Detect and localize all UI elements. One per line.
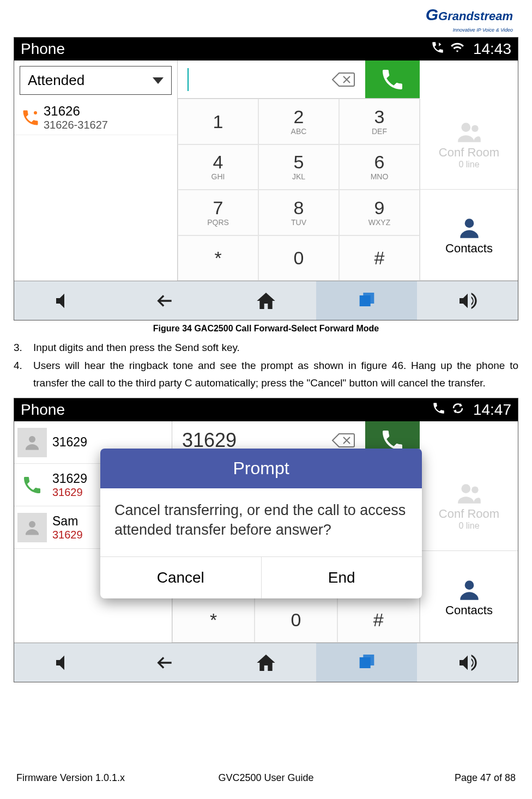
svg-point-9 (471, 486, 479, 493)
wifi-icon (450, 40, 464, 58)
volume-down-button[interactable] (14, 643, 115, 682)
sync-icon (451, 402, 464, 418)
prompt-body: Cancel transferring, or end the call to … (100, 488, 422, 556)
prompt-end-button[interactable]: End (262, 557, 422, 598)
svg-point-1 (461, 123, 470, 132)
conf-sub: 0 line (458, 160, 479, 170)
contacts-button[interactable]: Contacts (420, 190, 518, 281)
text-cursor (188, 68, 189, 91)
recent-sub: 31626-31627 (44, 119, 172, 131)
keypad-key-4[interactable]: 4GHI (178, 144, 258, 190)
keypad-key-7[interactable]: 7PQRS (178, 190, 258, 235)
volume-up-button[interactable] (417, 281, 518, 320)
contacts-button-2[interactable]: Contacts (420, 551, 518, 643)
dial-input[interactable] (178, 60, 322, 98)
keypad-key-*[interactable]: * (172, 597, 255, 643)
brand-logo: GGrandstream Innovative IP Voice & Video (14, 5, 518, 34)
svg-point-3 (464, 219, 474, 228)
prompt-title: Prompt (100, 449, 422, 488)
keypad-key-9[interactable]: 9WXYZ (339, 190, 420, 235)
avatar-icon (17, 513, 47, 542)
conf-room-button[interactable]: Conf Room 0 line (420, 99, 518, 190)
dropdown-icon (153, 77, 164, 84)
recent-call-item[interactable]: 31626 31626-31627 (14, 100, 177, 135)
step-3-number: 3. (14, 339, 29, 356)
status-bar-2: Phone 14:47 (14, 398, 518, 421)
home-button[interactable] (216, 281, 317, 320)
mode-label: Attended (28, 72, 84, 89)
figure-2: Phone 14:47 316293162931629Sam31629 3162… (14, 398, 518, 682)
recents-button[interactable] (316, 281, 417, 320)
svg-rect-5 (363, 293, 374, 304)
app-title-2: Phone (21, 401, 432, 419)
missed-call-icon (17, 105, 44, 131)
keypad-key-6[interactable]: 6MNO (339, 144, 420, 190)
svg-rect-12 (363, 655, 374, 665)
contacts-label-2: Contacts (445, 603, 493, 618)
recents-button[interactable] (316, 643, 417, 682)
back-button[interactable] (115, 281, 216, 320)
footer-page: Page 47 of 88 (349, 772, 516, 784)
conf-room-button-2[interactable]: Conf Room 0 line (420, 459, 518, 551)
step-4-number: 4. (14, 357, 29, 391)
avatar-icon (17, 428, 47, 457)
svg-point-8 (461, 484, 470, 493)
footer-title: GVC2500 User Guide (183, 772, 349, 784)
home-button[interactable] (216, 643, 317, 682)
page-footer: Firmware Version 1.0.1.x GVC2500 User Gu… (0, 772, 532, 784)
svg-point-6 (29, 436, 35, 443)
app-title: Phone (21, 40, 431, 58)
keypad-key-2[interactable]: 2ABC (258, 99, 339, 144)
volume-up-button[interactable] (417, 643, 518, 682)
svg-point-10 (464, 580, 474, 590)
nav-bar-2 (14, 643, 518, 682)
recent-number: 31626 (44, 104, 172, 119)
clock-time-2: 14:47 (473, 401, 511, 419)
volume-down-button[interactable] (14, 281, 115, 320)
transfer-mode-select[interactable]: Attended (20, 66, 172, 95)
keypad-key-0[interactable]: 0 (258, 235, 339, 281)
back-button[interactable] (115, 643, 216, 682)
svg-point-0 (34, 111, 37, 114)
step-3-text: Input digits and then press the Send sof… (29, 339, 518, 356)
keypad-key-8[interactable]: 8TUV (258, 190, 339, 235)
prompt-cancel-button[interactable]: Cancel (100, 557, 262, 598)
outgoing-call-icon (17, 470, 47, 500)
svg-point-2 (471, 125, 479, 132)
keypad-key-#[interactable]: # (339, 235, 420, 281)
footer-firmware: Firmware Version 1.0.1.x (16, 772, 183, 784)
keypad-key-#[interactable]: # (337, 597, 420, 643)
step-4-text: Users will hear the ringback tone and se… (29, 357, 518, 391)
keypad-key-*[interactable]: * (178, 235, 258, 281)
logo-tagline: Innovative IP Voice & Video (453, 27, 513, 33)
logo-text: Grandstream (438, 9, 513, 23)
keypad-key-5[interactable]: 5JKL (258, 144, 339, 190)
svg-point-7 (29, 521, 35, 528)
figure-1: Phone 14:43 Attended (14, 37, 518, 320)
keypad-key-3[interactable]: 3DEF (339, 99, 420, 144)
call-button[interactable] (365, 60, 420, 98)
transfer-icon (431, 40, 445, 58)
contacts-label: Contacts (445, 241, 493, 256)
figure-caption-1: Figure 34 GAC2500 Call Forward-Select Fo… (14, 324, 518, 334)
keypad-key-1[interactable]: 1 (178, 99, 258, 144)
nav-bar (14, 281, 518, 320)
conf-label: Conf Room (439, 146, 499, 160)
keypad-key-0[interactable]: 0 (255, 597, 337, 643)
conf-sub-2: 0 line (458, 521, 479, 531)
transfer-icon (432, 401, 446, 419)
conf-label-2: Conf Room (439, 507, 499, 521)
prompt-dialog: Prompt Cancel transferring, or end the c… (100, 449, 422, 598)
status-bar: Phone 14:43 (14, 38, 518, 60)
backspace-button[interactable] (322, 60, 365, 98)
clock-time: 14:43 (473, 40, 511, 58)
